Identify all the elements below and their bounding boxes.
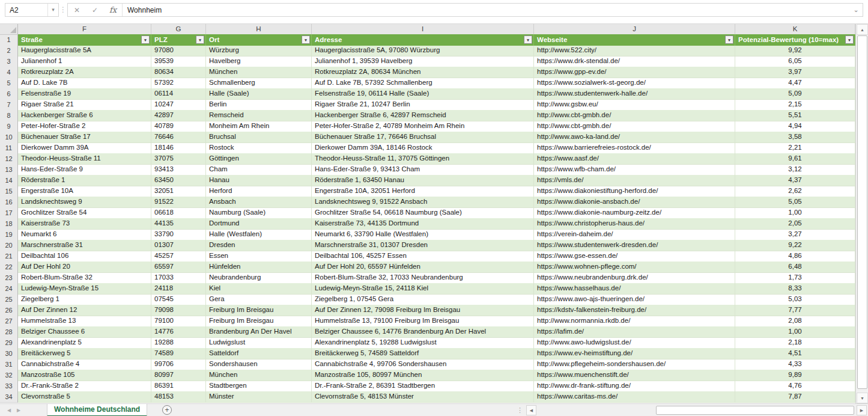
cell-strasse[interactable]: Auf Der Hohl 20 <box>18 262 151 273</box>
cell-plz[interactable]: 17033 <box>151 272 206 284</box>
vertical-scrollbar[interactable]: ▲ ▼ <box>855 24 868 403</box>
row-number[interactable]: 13 <box>0 164 18 176</box>
cell-webseite[interactable]: https://www.muenchenstift.de/ <box>534 370 735 381</box>
cell-plz[interactable]: 44135 <box>151 218 206 230</box>
cell-plz[interactable]: 06618 <box>151 207 206 219</box>
cell-plz[interactable]: 48153 <box>151 391 206 403</box>
row-number[interactable]: 27 <box>0 316 18 327</box>
cell-strasse[interactable]: Clevornstraße 5 <box>18 391 151 403</box>
scroll-left-icon[interactable]: ◀ <box>526 405 536 415</box>
cell-strasse[interactable]: Kaiserstraße 73 <box>18 218 151 230</box>
cell-plz[interactable]: 32051 <box>151 186 206 197</box>
cell-adresse[interactable]: Rotkreuzplatz 2A, 80634 München <box>312 67 534 78</box>
cell-webseite[interactable]: http://www.awo-ludwigslust.de/ <box>534 337 735 349</box>
cell-plz[interactable]: 76646 <box>151 132 206 143</box>
cell-webseite[interactable]: https://www.studentenwerk-halle.de/ <box>534 88 735 100</box>
cell-plz[interactable]: 74589 <box>151 348 206 359</box>
vertical-scrollbar-thumb[interactable] <box>857 35 867 389</box>
cell-bewertung[interactable]: 9,61 <box>735 153 855 165</box>
cell-bewertung[interactable]: 3,27 <box>735 229 855 240</box>
scroll-up-icon[interactable]: ▲ <box>857 24 868 35</box>
cell-adresse[interactable]: Clevornstraße 5, 48153 Münster <box>312 391 534 403</box>
cell-webseite[interactable]: https://www.gse-essen.de/ <box>534 251 735 262</box>
cell-webseite[interactable]: https://www.diakonie-naumburg-zeitz.de/ <box>534 207 735 219</box>
row-number[interactable]: 11 <box>0 142 18 154</box>
cell-ort[interactable]: Sondershausen <box>206 359 312 370</box>
cell-strasse[interactable]: Breitäckerweg 5 <box>18 348 151 359</box>
cell-adresse[interactable]: Dr.-Frank-Straße 2, 86391 Stadtbergen <box>312 381 534 392</box>
row-number[interactable]: 26 <box>0 305 18 316</box>
cell-adresse[interactable]: Peter-Hofer-Straße 2, 40789 Monheim Am R… <box>312 121 534 132</box>
cell-bewertung[interactable]: 9,92 <box>735 45 855 57</box>
cell-plz[interactable]: 80634 <box>151 67 206 78</box>
scroll-down-icon[interactable]: ▼ <box>857 393 868 403</box>
cell-ort[interactable]: Ansbach <box>206 197 312 208</box>
cell-strasse[interactable]: Peter-Hofer-Straße 2 <box>18 121 151 132</box>
cell-adresse[interactable]: Auf D. Lake 7B, 57392 Schmallenberg <box>312 78 534 89</box>
cell-adresse[interactable]: Röderstraße 1, 63450 Hanau <box>312 175 534 186</box>
cell-plz[interactable]: 24118 <box>151 283 206 295</box>
cell-webseite[interactable]: https://vmls.de/ <box>534 175 735 186</box>
cell-bewertung[interactable]: 4,86 <box>735 251 855 262</box>
cell-plz[interactable]: 07545 <box>151 294 206 305</box>
cell-strasse[interactable]: Rotkreuzplatz 2A <box>18 67 151 78</box>
cell-ort[interactable]: Kiel <box>206 283 312 295</box>
row-number[interactable]: 23 <box>0 272 18 284</box>
cell-bewertung[interactable]: 4,37 <box>735 175 855 186</box>
cell-webseite[interactable]: https://www.neubrandenburg.drk.de/ <box>534 272 735 284</box>
cell-ort[interactable]: Naumburg (Saale) <box>206 207 312 219</box>
cell-plz[interactable]: 18146 <box>151 142 206 154</box>
cell-webseite[interactable]: https://www.wohnen-pflege.com/ <box>534 262 735 273</box>
cell-ort[interactable]: Cham <box>206 164 312 176</box>
cell-plz[interactable]: 33790 <box>151 229 206 240</box>
cell-plz[interactable]: 79100 <box>151 316 206 327</box>
cell-ort[interactable]: Gera <box>206 294 312 305</box>
row-number[interactable]: 6 <box>0 88 18 100</box>
add-sheet-button[interactable]: + <box>162 405 172 415</box>
cell-strasse[interactable]: Landsknechtsweg 9 <box>18 197 151 208</box>
cell-adresse[interactable]: Julianenhof 1, 39539 Havelberg <box>312 56 534 67</box>
row-number[interactable]: 7 <box>0 99 18 111</box>
row-number[interactable]: 19 <box>0 229 18 240</box>
cell-adresse[interactable]: Landsknechtsweg 9, 91522 Ansbach <box>312 197 534 208</box>
cell-strasse[interactable]: Alexandrinenplatz 5 <box>18 337 151 349</box>
cell-bewertung[interactable]: 5,09 <box>735 88 855 100</box>
cell-adresse[interactable]: Hans-Eder-Straße 9, 93413 Cham <box>312 164 534 176</box>
cell-plz[interactable]: 93413 <box>151 164 206 176</box>
cell-ort[interactable]: Halle (Westfalen) <box>206 229 312 240</box>
cell-ort[interactable]: Halle (Saale) <box>206 88 312 100</box>
cell-plz[interactable]: 45257 <box>151 251 206 262</box>
cell-strasse[interactable]: Röderstraße 1 <box>18 175 151 186</box>
row-number[interactable]: 4 <box>0 67 18 78</box>
cell-adresse[interactable]: Alexandrinenplatz 5, 19288 Ludwigslust <box>312 337 534 349</box>
cell-webseite[interactable]: https://verein-daheim.de/ <box>534 229 735 240</box>
cell-ort[interactable]: Schmallenberg <box>206 78 312 89</box>
cell-ort[interactable]: Neubrandenburg <box>206 272 312 284</box>
horizontal-scrollbar-thumb[interactable] <box>656 406 854 415</box>
cell-ort[interactable]: Havelberg <box>206 56 312 67</box>
cell-strasse[interactable]: Marschnerstraße 31 <box>18 240 151 251</box>
cell-bewertung[interactable]: 7,77 <box>735 305 855 316</box>
cell-ort[interactable]: München <box>206 370 312 381</box>
cell-webseite[interactable]: https://www.ev-heimstiftung.de/ <box>534 348 735 359</box>
cell-webseite[interactable]: https://www.wfb-cham.de/ <box>534 164 735 176</box>
cell-webseite[interactable]: https://www.hasselhaus.de/ <box>534 283 735 295</box>
cell-plz[interactable]: 86391 <box>151 381 206 392</box>
column-letter-K[interactable]: K <box>735 24 855 35</box>
column-letter-F[interactable]: F <box>18 24 151 35</box>
cell-bewertung[interactable]: 9,89 <box>735 370 855 381</box>
sheet-tab-wohnheime-deutschland[interactable]: Wohnheime Deutschland <box>47 404 147 416</box>
cell-webseite[interactable]: https://www.gpp-ev.de/ <box>534 67 735 78</box>
cell-bewertung[interactable]: 2,05 <box>735 218 855 230</box>
cell-webseite[interactable]: https://www.studentenwerk-dresden.de/ <box>534 240 735 251</box>
cell-webseite[interactable]: https://www.caritas-ms.de/ <box>534 391 735 403</box>
formula-bar-value[interactable]: Wohnheim <box>127 6 849 14</box>
cell-adresse[interactable]: Engerstraße 10A, 32051 Herford <box>312 186 534 197</box>
cell-adresse[interactable]: Neumarkt 6, 33790 Halle (Westfalen) <box>312 229 534 240</box>
cell-plz[interactable]: 14776 <box>151 326 206 338</box>
name-box[interactable]: A2 ▾ <box>5 3 59 17</box>
cell-bewertung[interactable]: 1,73 <box>735 272 855 284</box>
cell-adresse[interactable]: Belziger Chaussee 6, 14776 Brandenburg A… <box>312 326 534 338</box>
cell-ort[interactable]: Würzburg <box>206 45 312 57</box>
cell-webseite[interactable]: http://www.dr-frank-stiftung.de/ <box>534 381 735 392</box>
